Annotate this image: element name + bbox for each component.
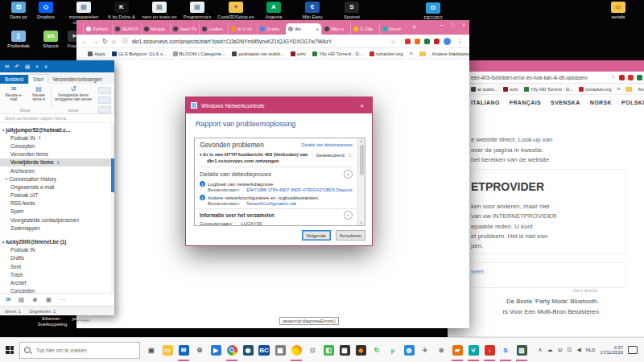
details-link[interactable]: Details van detectieproces bbox=[302, 142, 353, 147]
tab-verzenden-ontvangen[interactable]: Verzenden/ontvangen bbox=[48, 75, 105, 84]
onedrive-cloud-icon[interactable]: ☁ bbox=[547, 347, 553, 353]
usb-device-icon[interactable]: Ψ bbox=[558, 348, 563, 353]
bookmark-item[interactable]: at subtit... bbox=[471, 87, 497, 92]
utorrent-icon[interactable]: µ bbox=[385, 338, 401, 362]
bookmark-star-icon[interactable]: ☆ bbox=[390, 38, 396, 45]
download-manager-icon[interactable]: ↓ bbox=[481, 338, 497, 362]
language-indicator[interactable]: NLD bbox=[586, 348, 596, 352]
language-nav-item[interactable]: FRANÇAIS bbox=[510, 100, 541, 105]
problem-row[interactable]: ▾Er is een HTTP-foutbericht 403 (Verbode… bbox=[195, 150, 357, 165]
pc-plus-app-icon[interactable]: ⊕ bbox=[433, 338, 449, 362]
app-tile-icon[interactable]: ▦ bbox=[272, 338, 288, 362]
extension-icon[interactable] bbox=[424, 39, 430, 44]
next-button[interactable]: Volgende bbox=[302, 230, 331, 241]
cancel-button[interactable]: Annuleren bbox=[336, 230, 365, 241]
background-address-bar[interactable]: een-403-forbidden-error-en-hoe-kan-ik-di… bbox=[448, 72, 644, 84]
new-items-button[interactable]: ▤ Nieuwe items ▾ bbox=[27, 85, 50, 101]
restore-deleted-items-button[interactable]: ↺ Verwijderde items teruggezet van serve… bbox=[53, 85, 93, 101]
bookmark-item[interactable]: GLS Belgium: GLS v... bbox=[112, 51, 167, 56]
other-bookmarks-label[interactable]: Andere bladwijzers bbox=[638, 87, 644, 92]
refresh-app-icon[interactable]: ↻ bbox=[369, 338, 385, 362]
bookmark-item[interactable]: eztv bbox=[291, 51, 306, 56]
folder-item[interactable]: Zoekmappen bbox=[0, 224, 114, 232]
close-icon[interactable]: × bbox=[462, 22, 465, 27]
home-icon[interactable]: ⌂ bbox=[112, 38, 116, 45]
tab-di-2-mi[interactable]: di 2 mi bbox=[228, 23, 257, 35]
other-bookmarks-folder-icon[interactable] bbox=[625, 87, 632, 92]
file-explorer-icon[interactable]: ▭ bbox=[159, 338, 175, 362]
extension-icon[interactable] bbox=[619, 75, 625, 80]
compass-browser-icon[interactable]: ◉ bbox=[240, 338, 256, 362]
collapse-section-button[interactable]: ∧ bbox=[344, 170, 353, 179]
new-tab-button[interactable]: + bbox=[412, 21, 416, 34]
tab-g-2de[interactable]: G 2de bbox=[350, 23, 379, 35]
quick-access-icon[interactable]: ∨ bbox=[44, 60, 48, 72]
collapse-arrow-icon[interactable]: ▾ bbox=[200, 152, 202, 157]
folder-item[interactable]: Concepten bbox=[0, 287, 114, 293]
folder-item[interactable]: ▴ lucky2000@telenet.be (1) bbox=[0, 237, 114, 245]
expand-arrow-icon[interactable]: ▴ bbox=[2, 240, 4, 244]
quick-access-icon[interactable]: ✉ bbox=[5, 60, 9, 72]
taskbar-clock[interactable]: 0:37 17/11/2019 bbox=[600, 345, 623, 356]
page-info-icon[interactable]: ⓘ bbox=[122, 37, 128, 45]
chrome-icon[interactable] bbox=[224, 338, 240, 362]
bc-app-icon[interactable]: BC bbox=[256, 338, 272, 362]
browser-menu-icon[interactable]: ⋮ bbox=[456, 38, 463, 45]
bookmark-star-icon[interactable]: ☆ bbox=[611, 74, 616, 80]
orange-tile-app-icon[interactable]: ▰ bbox=[449, 338, 465, 362]
tab-bestand[interactable]: Bestand bbox=[0, 75, 28, 84]
action-center-icon[interactable] bbox=[628, 346, 638, 354]
outlook-icon[interactable]: ✉ bbox=[175, 338, 192, 362]
nero-app-icon[interactable]: ◆ bbox=[353, 338, 369, 362]
blue-round-app-icon[interactable]: ◍ bbox=[401, 338, 417, 362]
mail-module-icon[interactable]: ✉ bbox=[6, 294, 11, 306]
airplane-app-icon[interactable]: ✈ bbox=[417, 338, 433, 362]
quick-access-icon[interactable]: ▤ bbox=[25, 60, 30, 72]
scroll-down-icon[interactable]: ∨ bbox=[360, 220, 362, 224]
taskbar-search[interactable] bbox=[19, 342, 140, 359]
folder-item[interactable]: Verzonden items bbox=[0, 150, 114, 158]
legacy-pc-icon[interactable]: ⊡ bbox=[304, 338, 320, 362]
quick-access-icon[interactable]: × bbox=[35, 60, 39, 72]
search-input[interactable] bbox=[35, 347, 134, 354]
tab-jean-pa[interactable]: Jean Pa bbox=[170, 23, 199, 35]
bookmark-item[interactable]: podnapisi.net subtit... bbox=[232, 51, 284, 56]
folder-item[interactable]: Verwijderde items 1 bbox=[0, 158, 114, 167]
bookmark-item[interactable]: BLOOM | Categorie... bbox=[173, 51, 226, 56]
bookmark-item[interactable]: Yify HD Torrent - D... bbox=[524, 87, 573, 92]
folder-item[interactable]: Trash bbox=[0, 270, 114, 278]
tab-close-icon[interactable]: × bbox=[316, 27, 319, 32]
task-view-icon[interactable]: ▣ bbox=[143, 338, 159, 362]
monitor-icon[interactable]: ⊡ bbox=[568, 347, 572, 353]
folder-item[interactable]: Sent bbox=[0, 262, 114, 270]
expand-section-button[interactable]: ∨ bbox=[344, 211, 353, 220]
bookmark-item[interactable]: eztv bbox=[503, 87, 518, 92]
close-icon[interactable]: × bbox=[357, 102, 367, 109]
background-tab-bar[interactable] bbox=[448, 60, 644, 72]
bookmarks-overflow-icon[interactable]: » bbox=[617, 86, 620, 92]
desktop-icon-youtube[interactable]: you tube bbox=[64, 316, 97, 322]
language-nav-item[interactable]: POLSKI bbox=[621, 100, 644, 105]
folder-item[interactable]: ▸ Conversation History bbox=[0, 175, 114, 183]
scrollbar-thumb[interactable] bbox=[360, 145, 364, 175]
degiro-icon[interactable]: D DEGIRO bbox=[415, 2, 452, 21]
forward-icon[interactable]: → bbox=[92, 38, 98, 45]
language-nav-item[interactable]: ITALIANO bbox=[471, 100, 500, 105]
hidden-icons-chevron[interactable]: ∧ bbox=[539, 347, 543, 353]
reload-icon[interactable]: ↻ bbox=[102, 38, 108, 45]
maximize-icon[interactable]: □ bbox=[451, 22, 454, 27]
folder-scrollbar[interactable] bbox=[111, 123, 114, 293]
calendar-module-icon[interactable]: ▦ bbox=[19, 294, 25, 306]
tab-dkr-active[interactable]: dkr × bbox=[286, 23, 321, 35]
people-module-icon[interactable]: ☻ bbox=[31, 294, 38, 306]
v-app-icon[interactable]: V bbox=[465, 338, 481, 362]
green-app-icon[interactable]: ◧ bbox=[320, 338, 336, 362]
folder-item[interactable]: Voorgestelde contactpersonen bbox=[0, 216, 114, 224]
language-nav-item[interactable]: SVENSKA bbox=[551, 100, 580, 105]
profile-avatar[interactable] bbox=[444, 38, 451, 45]
bookmark-item[interactable]: rutracker.org bbox=[579, 87, 612, 92]
tab-start[interactable]: Start bbox=[28, 74, 48, 84]
spotnet-icon[interactable]: S Spotnet bbox=[333, 2, 370, 20]
config-file-link[interactable]: NetworkConfiguration.cab bbox=[246, 201, 296, 206]
address-bar-url[interactable]: dkr1.ssisurveys.com/projects/start?psid=… bbox=[132, 39, 332, 44]
